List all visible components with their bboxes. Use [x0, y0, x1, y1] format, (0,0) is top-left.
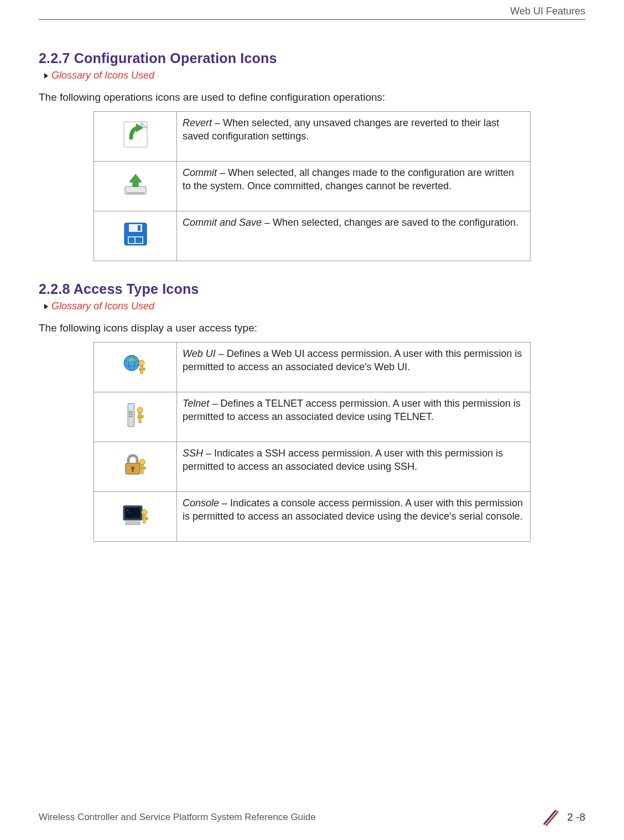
desc-cell: Commit and Save – When selected, changes… — [177, 211, 531, 261]
breadcrumb-arrow-icon — [44, 73, 48, 79]
svg-point-15 — [139, 360, 144, 366]
table-row: SSH – Indicates a SSH access permission.… — [94, 442, 531, 492]
icon-cell — [94, 392, 177, 442]
table-row: Commit and Save – When selected, changes… — [94, 211, 531, 261]
footer-slash-icon — [540, 808, 559, 827]
term: Commit and Save — [183, 217, 262, 228]
desc-text: – Defines a Web UI access permission. A … — [183, 348, 522, 372]
svg-rect-11 — [136, 237, 142, 243]
desc-cell: Web UI – Defines a Web UI access permiss… — [177, 343, 531, 392]
desc-text: – When selected, changes are saved to th… — [262, 217, 518, 228]
page: Web UI Features 2.2.7 Configuration Oper… — [0, 0, 624, 840]
revert-icon — [123, 121, 148, 148]
svg-rect-33 — [132, 469, 133, 472]
icon-cell — [94, 442, 177, 492]
icon-cell: >_ — [94, 492, 177, 542]
term: SSH — [183, 448, 203, 459]
svg-rect-4 — [127, 192, 144, 194]
svg-rect-20 — [129, 405, 133, 410]
svg-rect-10 — [129, 237, 134, 243]
svg-line-46 — [544, 810, 556, 825]
svg-rect-24 — [131, 413, 133, 415]
term: Web UI — [183, 348, 216, 359]
desc-cell: Commit – When selected, all changes made… — [177, 162, 531, 211]
term: Commit — [183, 167, 217, 178]
svg-rect-41 — [126, 522, 140, 525]
commit-save-icon — [123, 222, 148, 246]
config-op-icons-table: Revert – When selected, any unsaved chan… — [93, 111, 531, 261]
breadcrumb-arrow-icon — [44, 304, 48, 309]
header-rule — [39, 19, 585, 20]
commit-icon — [123, 172, 148, 196]
svg-rect-23 — [129, 413, 131, 415]
svg-rect-8 — [138, 225, 141, 231]
footer-doc-title: Wireless Controller and Service Platform… — [39, 812, 316, 823]
svg-marker-5 — [129, 174, 142, 186]
svg-point-42 — [142, 510, 147, 515]
section-heading-227: 2.2.7 Configuration Operation Icons — [39, 50, 585, 66]
svg-point-34 — [139, 459, 145, 465]
svg-rect-45 — [146, 517, 148, 520]
svg-rect-44 — [142, 517, 144, 520]
breadcrumb-227: Glossary of Icons Used — [44, 70, 585, 81]
icon-cell — [94, 162, 177, 211]
web-ui-icon — [123, 354, 148, 376]
desc-cell: SSH – Indicates a SSH access permission.… — [177, 442, 531, 492]
intro-228: The following icons display a user acces… — [39, 322, 585, 334]
svg-rect-30 — [142, 416, 143, 418]
svg-rect-26 — [131, 416, 133, 417]
desc-text: – When selected, all changes made to the… — [183, 167, 514, 191]
icon-cell — [94, 112, 177, 162]
console-icon: >_ — [122, 504, 149, 526]
desc-text: – When selected, any unsaved changes are… — [183, 117, 499, 142]
table-row: Telnet – Defines a TELNET access permiss… — [94, 392, 531, 442]
svg-point-27 — [137, 407, 143, 413]
ssh-icon — [123, 453, 148, 476]
svg-rect-17 — [139, 368, 141, 370]
svg-rect-18 — [143, 368, 145, 370]
desc-text: – Indicates a SSH access permission. A u… — [183, 448, 503, 472]
running-header: Web UI Features — [39, 0, 585, 19]
desc-cell: Revert – When selected, any unsaved chan… — [177, 112, 531, 162]
term: Revert — [183, 117, 212, 128]
breadcrumb-link-glossary[interactable]: Glossary of Icons Used — [51, 300, 154, 312]
icon-cell — [94, 343, 177, 392]
svg-line-47 — [546, 811, 558, 826]
table-row: Web UI – Defines a Web UI access permiss… — [94, 343, 531, 392]
desc-text: – Indicates a console access permission.… — [183, 497, 523, 522]
breadcrumb-link-glossary[interactable]: Glossary of Icons Used — [51, 70, 154, 81]
page-footer: Wireless Controller and Service Platform… — [0, 808, 624, 827]
desc-text: – Defines a TELNET access permission. A … — [183, 398, 521, 422]
page-number: 2 -8 — [567, 811, 585, 823]
telnet-icon — [124, 402, 147, 428]
svg-rect-22 — [131, 411, 133, 413]
access-type-icons-table: Web UI – Defines a Web UI access permiss… — [93, 342, 531, 542]
svg-point-12 — [124, 355, 139, 371]
desc-cell: Telnet – Defines a TELNET access permiss… — [177, 392, 531, 442]
svg-rect-25 — [129, 416, 131, 417]
svg-rect-37 — [144, 467, 145, 469]
svg-rect-29 — [138, 416, 139, 418]
svg-rect-36 — [140, 467, 142, 469]
breadcrumb-228: Glossary of Icons Used — [44, 300, 585, 312]
term: Telnet — [183, 398, 209, 409]
section-heading-228: 2.2.8 Access Type Icons — [39, 281, 585, 297]
term: Console — [183, 497, 219, 509]
desc-cell: Console – Indicates a console access per… — [177, 492, 531, 542]
svg-text:>_: >_ — [127, 508, 131, 512]
icon-cell — [94, 211, 177, 261]
table-row: Revert – When selected, any unsaved chan… — [94, 112, 531, 162]
table-row: >_ Console – Indicates a console access … — [94, 492, 531, 542]
table-row: Commit – When selected, all changes made… — [94, 162, 531, 211]
intro-227: The following operations icons are used … — [39, 91, 585, 103]
svg-rect-21 — [129, 411, 131, 413]
